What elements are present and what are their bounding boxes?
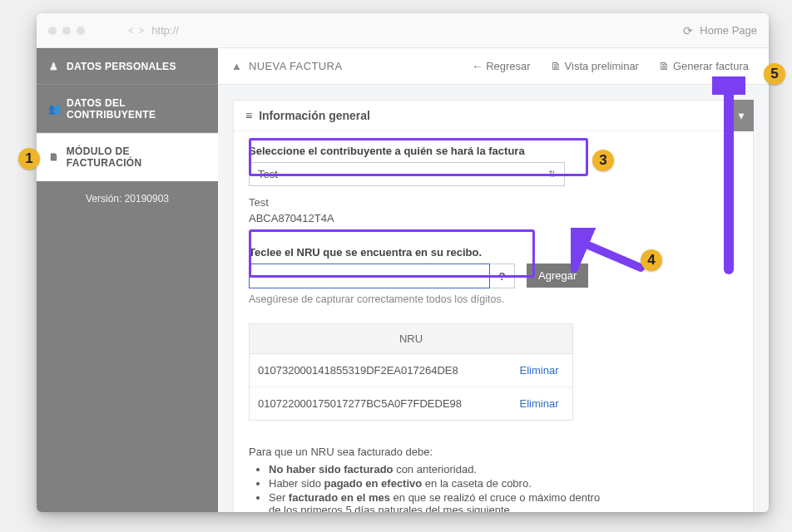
nru-code: 010732000141855319DF2EA017264DE8: [250, 354, 506, 387]
preview-icon: 🗎: [551, 60, 562, 72]
dot-close[interactable]: [48, 27, 57, 35]
panel-title: Información general: [259, 109, 370, 122]
info-panel: ≡ Información general ▾ Seleccione el co…: [233, 100, 754, 512]
generate-icon: 🗎: [659, 60, 670, 72]
page-title: NUEVA FACTURA: [249, 60, 343, 72]
help-button[interactable]: ?: [490, 264, 515, 288]
contribuyente-select[interactable]: Test ⇅: [249, 162, 565, 186]
contribuyente-selected: Test: [258, 168, 278, 180]
back-label: Regresar: [486, 60, 530, 72]
notes-intro: Para que un NRU sea facturado debe:: [249, 446, 606, 458]
person-icon: ♟: [48, 61, 60, 72]
menu-icon: ≡: [245, 109, 252, 122]
nru-notes: Para que un NRU sea facturado debe: No h…: [249, 446, 606, 512]
sidebar-item-label: DATOS PERSONALES: [67, 61, 176, 72]
generate-label: Generar factura: [673, 60, 749, 72]
document-icon: 🗎: [48, 151, 60, 163]
version-label: Versión: 20190903: [37, 181, 218, 216]
sidebar-item-label: MÓDULO DE FACTURACIÓN: [67, 145, 206, 169]
collapse-button[interactable]: ▾: [729, 100, 754, 131]
delete-link[interactable]: Eliminar: [520, 364, 559, 377]
window-controls[interactable]: [48, 27, 85, 35]
dot-max[interactable]: [77, 27, 85, 35]
url-text: http://: [151, 24, 179, 37]
callout-3: 3: [592, 150, 614, 171]
browser-titlebar: < > http:// ⟳ Home Page: [37, 13, 769, 48]
main-area: ▲ NUEVA FACTURA ← Regresar 🗎 Vista preli…: [218, 48, 769, 512]
page-toolbar: ▲ NUEVA FACTURA ← Regresar 🗎 Vista preli…: [218, 48, 769, 85]
preview-button[interactable]: 🗎 Vista preliminar: [544, 57, 646, 76]
group-icon: 👥: [48, 103, 60, 115]
back-icon: ←: [472, 60, 483, 72]
contribuyente-name: Test: [249, 196, 738, 209]
callout-5: 5: [764, 63, 785, 85]
notes-item: Ser facturado en el mes en que se realiz…: [269, 491, 606, 512]
contribuyente-label: Seleccione el contribuyente a quién se h…: [249, 145, 738, 157]
notes-item: No haber sido facturado con anterioridad…: [269, 463, 606, 475]
notes-list: No haber sido facturado con anterioridad…: [269, 463, 606, 512]
generate-invoice-button[interactable]: 🗎 Generar factura: [652, 57, 755, 76]
agregar-button[interactable]: Agregar: [527, 264, 588, 288]
sidebar-item-label: DATOS DEL CONTRIBUYENTE: [67, 97, 206, 121]
sidebar-item-datos-personales[interactable]: ♟ DATOS PERSONALES: [37, 48, 218, 85]
panel-heading: ≡ Información general ▾: [234, 101, 753, 131]
notes-item: Haber sido pagado en efectivo en la case…: [269, 477, 606, 490]
nru-code: 010722000175017277BC5A0F7FDEDE98: [250, 387, 506, 420]
nru-table-header: NRU: [250, 324, 572, 354]
callout-1: 1: [18, 148, 40, 170]
refresh-icon[interactable]: ⟳: [683, 24, 693, 37]
chevron-updown-icon: ⇅: [548, 169, 556, 180]
callout-4: 4: [641, 249, 662, 271]
nru-table: NRU 010732000141855319DF2EA017264DE8 Eli…: [249, 323, 573, 421]
table-row: 010732000141855319DF2EA017264DE8 Elimina…: [250, 354, 572, 387]
back-button[interactable]: ← Regresar: [465, 57, 537, 76]
nru-input[interactable]: [249, 264, 490, 288]
sidebar-item-datos-contribuyente[interactable]: 👥 DATOS DEL CONTRIBUYENTE: [37, 85, 218, 133]
nav-arrows[interactable]: < >: [128, 25, 145, 37]
nru-hint: Asegúrese de capturar correctamente todo…: [249, 293, 532, 305]
sidebar: ♟ DATOS PERSONALES 👥 DATOS DEL CONTRIBUY…: [37, 48, 218, 512]
user-icon: ▲: [231, 60, 242, 72]
nru-label: Teclee el NRU que se encuentra en su rec…: [249, 246, 738, 259]
sidebar-item-modulo-facturacion[interactable]: 🗎 MÓDULO DE FACTURACIÓN: [37, 133, 218, 181]
dot-min[interactable]: [62, 27, 71, 35]
contribuyente-rfc: ABCA870412T4A: [249, 212, 738, 224]
preview-label: Vista preliminar: [565, 60, 639, 72]
table-row: 010722000175017277BC5A0F7FDEDE98 Elimina…: [250, 387, 572, 420]
delete-link[interactable]: Eliminar: [520, 397, 559, 410]
home-link[interactable]: Home Page: [700, 24, 757, 37]
